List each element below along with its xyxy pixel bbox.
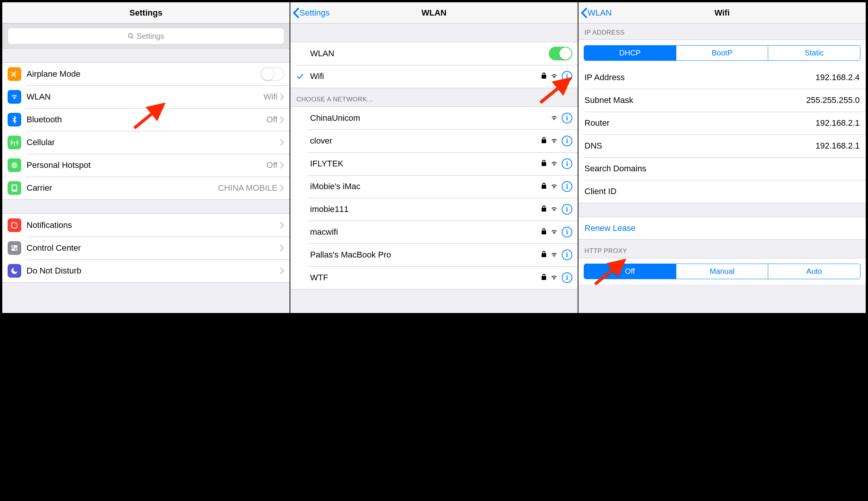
settings-pane: Settings Settings Airplane ModeWLANWifiB… <box>2 2 290 313</box>
lock-icon <box>541 71 547 81</box>
connected-network-row[interactable]: Wifi i <box>290 65 578 88</box>
renew-lease-button[interactable]: Renew Lease <box>578 217 866 240</box>
segment-off[interactable]: Off <box>584 264 676 279</box>
network-row[interactable]: macwifii <box>290 221 578 243</box>
field-row[interactable]: Router192.168.2.1 <box>578 112 866 134</box>
settings-row-detail: Off <box>266 115 277 125</box>
network-name: ChinaUnicom <box>310 113 550 123</box>
airplane-toggle[interactable] <box>261 67 284 81</box>
segment-auto[interactable]: Auto <box>768 264 860 279</box>
settings-row-wlan[interactable]: WLANWifi <box>2 85 290 108</box>
settings-row-controlcenter[interactable]: Control Center <box>2 237 290 259</box>
field-label: Router <box>584 118 816 128</box>
info-button[interactable]: i <box>562 158 572 169</box>
wlan-toggle-row[interactable]: WLAN <box>290 42 578 65</box>
chevron-right-icon <box>280 267 284 274</box>
settings-row-label: Airplane Mode <box>27 69 261 79</box>
wifi-icon <box>550 136 558 146</box>
settings-row-detail: CHINA MOBILE <box>218 183 277 193</box>
field-row[interactable]: IP Address192.168.2.4 <box>578 66 866 89</box>
settings-row-label: Personal Hotspot <box>27 160 266 170</box>
settings-row-airplane[interactable]: Airplane Mode <box>2 63 290 85</box>
settings-row-notifications[interactable]: Notifications <box>2 214 290 237</box>
settings-row-label: Do Not Disturb <box>27 266 280 276</box>
http-proxy-header: HTTP PROXY <box>578 240 866 258</box>
dnd-icon <box>8 264 21 278</box>
network-row[interactable]: IFLYTEKi <box>290 152 578 175</box>
settings-row-label: Cellular <box>27 137 277 147</box>
lock-icon <box>541 250 547 260</box>
network-row[interactable]: iMobie's iMaci <box>290 175 578 198</box>
segment-dhcp[interactable]: DHCP <box>584 46 676 60</box>
field-row[interactable]: Search Domains <box>578 157 866 180</box>
wlan-toggle-label: WLAN <box>310 49 549 58</box>
wifi-icon <box>550 204 558 214</box>
network-row[interactable]: WTFi <box>290 266 578 289</box>
info-button[interactable]: i <box>562 181 572 192</box>
info-button[interactable]: i <box>562 272 572 283</box>
connected-network-name: Wifi <box>310 71 541 81</box>
field-label: Search Domains <box>584 164 860 174</box>
svg-rect-8 <box>11 245 18 248</box>
segment-static[interactable]: Static <box>768 46 860 60</box>
network-row[interactable]: imobie111i <box>290 198 578 221</box>
settings-row-hotspot[interactable]: Personal HotspotOff <box>2 154 290 177</box>
chevron-right-icon <box>280 162 284 169</box>
notifications-icon <box>8 218 21 232</box>
settings-row-dnd[interactable]: Do Not Disturb <box>2 259 290 282</box>
wifi-icon <box>550 250 558 260</box>
page-title: Settings <box>129 8 162 18</box>
info-button[interactable]: i <box>562 250 572 260</box>
info-button[interactable]: i <box>562 136 572 146</box>
network-name: iMobie's iMac <box>310 182 541 191</box>
search-placeholder: Settings <box>137 32 164 41</box>
network-row[interactable]: Pallas's MacBook Proi <box>290 243 578 266</box>
info-button[interactable]: i <box>562 227 572 237</box>
info-button[interactable]: i <box>562 71 572 82</box>
segment-bootp[interactable]: BootP <box>676 46 768 60</box>
wifi-icon <box>550 71 558 81</box>
field-value: 192.168.2.1 <box>816 141 860 151</box>
controlcenter-icon <box>8 241 21 255</box>
svg-point-10 <box>12 246 14 247</box>
chevron-right-icon <box>280 116 284 123</box>
field-value: 192.168.2.1 <box>816 118 860 128</box>
settings-row-cellular[interactable]: Cellular <box>2 131 290 154</box>
chevron-left-icon <box>581 8 588 18</box>
settings-row-carrier[interactable]: CarrierCHINA MOBILE <box>2 177 290 199</box>
chevron-right-icon <box>280 245 284 251</box>
back-label: Settings <box>299 8 330 18</box>
section-spacer <box>2 200 290 213</box>
info-button[interactable]: i <box>562 113 572 123</box>
field-row[interactable]: Client ID <box>578 180 866 203</box>
svg-point-0 <box>129 33 133 38</box>
segment-manual[interactable]: Manual <box>676 264 768 279</box>
navbar: Settings WLAN <box>290 2 578 24</box>
field-row[interactable]: Subnet Mask255.255.255.0 <box>578 89 866 112</box>
field-value: 255.255.255.0 <box>806 95 860 105</box>
back-button[interactable]: Settings <box>293 8 330 18</box>
wlan-toggle[interactable] <box>549 47 572 60</box>
ip-address-header: IP ADDRESS <box>578 24 866 40</box>
navbar: WLAN Wifi <box>578 2 866 24</box>
network-row[interactable]: ChinaUnicomi <box>290 107 578 130</box>
wifi-icon <box>550 227 558 237</box>
svg-rect-9 <box>11 248 18 251</box>
network-name: Pallas's MacBook Pro <box>310 250 541 260</box>
back-label: WLAN <box>588 8 612 18</box>
field-row[interactable]: DNS192.168.2.1 <box>578 134 866 157</box>
lock-icon <box>541 273 547 283</box>
airplane-icon <box>8 67 21 81</box>
wifi-icon <box>550 113 558 123</box>
settings-row-bluetooth[interactable]: BluetoothOff <box>2 108 290 131</box>
search-bar-container: Settings <box>2 24 290 49</box>
back-button[interactable]: WLAN <box>581 8 612 18</box>
info-button[interactable]: i <box>562 204 572 215</box>
search-input[interactable]: Settings <box>8 28 284 44</box>
wlan-pane: Settings WLAN WLAN Wifi i <box>290 2 578 313</box>
settings-row-label: WLAN <box>27 92 263 102</box>
svg-point-7 <box>15 222 17 225</box>
hotspot-icon <box>8 158 21 172</box>
chevron-right-icon <box>280 139 284 146</box>
network-row[interactable]: cloveri <box>290 130 578 152</box>
